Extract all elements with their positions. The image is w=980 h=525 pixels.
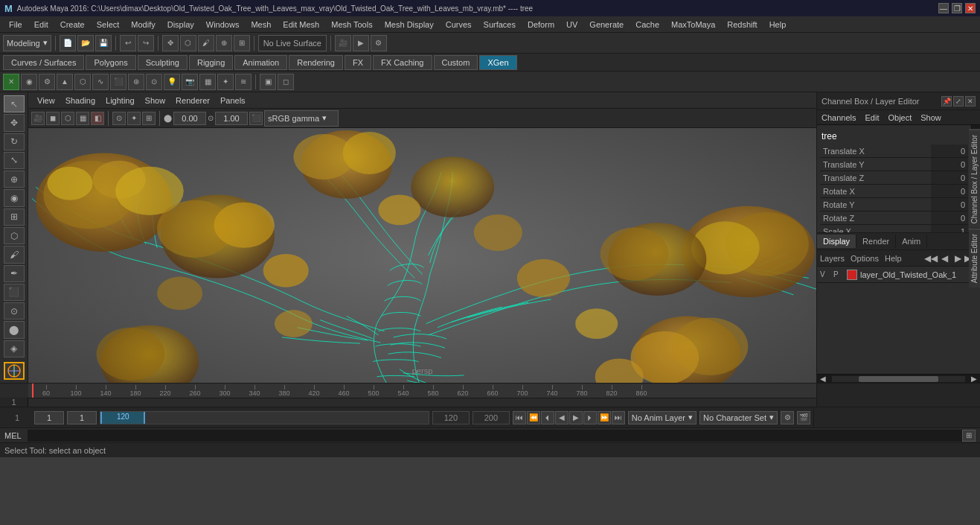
rotate-tool[interactable]: ↻ xyxy=(4,133,25,150)
ipr-button[interactable]: ⚙ xyxy=(371,35,387,51)
vp-display-btn[interactable]: ◼ xyxy=(46,112,60,125)
vp-menu-renderer[interactable]: Renderer xyxy=(171,95,214,106)
transport-skip-start[interactable]: ⏮ xyxy=(513,411,526,424)
mel-input[interactable] xyxy=(28,430,962,442)
transport-prev-frame[interactable]: ⏴ xyxy=(541,411,554,424)
light-btn[interactable]: 💡 xyxy=(164,74,180,90)
layer-right-btn[interactable]: ▶ xyxy=(952,252,964,264)
char-set-anim[interactable]: 🎬 xyxy=(797,411,810,424)
vp-xray-btn[interactable]: ✦ xyxy=(127,112,141,125)
paint-effects[interactable]: 🖌 xyxy=(4,246,25,263)
vp-menu-shading[interactable]: Shading xyxy=(61,95,100,106)
layer-scroll-left[interactable]: ◀ xyxy=(817,373,829,384)
layer-playback-toggle[interactable]: P xyxy=(833,270,844,279)
hide-btn[interactable]: ◻ xyxy=(278,74,294,90)
transport-skip-end[interactable]: ⏭ xyxy=(612,411,625,424)
tab-sculpting[interactable]: Sculpting xyxy=(138,55,188,70)
menu-generate[interactable]: Generate xyxy=(583,19,630,31)
playback-range-slider[interactable]: 120 xyxy=(100,411,429,424)
ch-menu-edit[interactable]: Edit xyxy=(860,112,883,123)
nurbs-button[interactable]: ⬡ xyxy=(74,74,91,90)
mel-run-button[interactable]: ⊞ xyxy=(962,430,976,442)
minimize-button[interactable]: — xyxy=(938,3,949,13)
layer-scroll-right[interactable]: ▶ xyxy=(968,373,980,384)
transport-play-back[interactable]: ◀ xyxy=(555,411,569,424)
range-start-handle[interactable] xyxy=(100,412,102,424)
tab-rigging[interactable]: Rigging xyxy=(189,55,233,70)
render-button[interactable]: ▶ xyxy=(353,35,369,51)
tab-curves-surfaces[interactable]: Curves / Surfaces xyxy=(3,55,84,70)
deform-btn[interactable]: ⬛ xyxy=(110,74,126,90)
menu-surfaces[interactable]: Surfaces xyxy=(478,19,522,31)
tab-custom[interactable]: Custom xyxy=(434,55,478,70)
timeline-playhead[interactable] xyxy=(32,384,33,398)
camera-button[interactable]: 🎥 xyxy=(335,35,351,51)
menu-redshift[interactable]: Redshift xyxy=(721,19,763,31)
menu-edit-mesh[interactable]: Edit Mesh xyxy=(277,19,325,31)
menu-mesh-display[interactable]: Mesh Display xyxy=(379,19,440,31)
tab-polygons[interactable]: Polygons xyxy=(86,55,135,70)
particles-btn[interactable]: ✦ xyxy=(217,74,234,90)
no-char-set-dropdown[interactable]: No Character Set ▾ xyxy=(699,411,778,424)
show-all-btn[interactable]: ▣ xyxy=(260,74,276,90)
no-anim-layer-dropdown[interactable]: No Anim Layer ▾ xyxy=(628,411,696,424)
transport-next-key[interactable]: ⏩ xyxy=(598,411,611,424)
cam-btn2[interactable]: 📷 xyxy=(182,74,198,90)
channel-box-expand[interactable]: ⤢ xyxy=(953,96,964,106)
translate-x-value[interactable]: 0 xyxy=(931,144,968,157)
menu-mesh[interactable]: Mesh xyxy=(245,19,277,31)
frame-start-input[interactable]: 1 xyxy=(34,411,64,424)
menu-uv[interactable]: UV xyxy=(560,19,583,31)
translate-y-value[interactable]: 0 xyxy=(931,158,968,171)
vp-grid-btn[interactable]: ⊞ xyxy=(142,112,156,125)
template-wire-button[interactable]: ◉ xyxy=(21,74,37,90)
menu-windows[interactable]: Windows xyxy=(200,19,246,31)
vp-menu-lighting[interactable]: Lighting xyxy=(101,95,139,106)
vp-shaded-btn[interactable]: ◧ xyxy=(91,112,104,125)
new-file-button[interactable]: 📄 xyxy=(60,35,76,51)
mode-dropdown[interactable]: Modeling ▾ xyxy=(3,35,51,51)
lasso-select-button[interactable]: ⬡ xyxy=(180,35,196,51)
lasso-tool2[interactable]: ⬡ xyxy=(4,227,25,244)
channel-box-close[interactable]: ✕ xyxy=(965,96,976,106)
grid-snap-button[interactable]: ⊞ xyxy=(234,35,250,51)
redo-button[interactable]: ↪ xyxy=(138,35,154,51)
menu-cache[interactable]: Cache xyxy=(630,19,665,31)
undo-button[interactable]: ↩ xyxy=(120,35,136,51)
select-tool[interactable]: ↖ xyxy=(4,95,25,112)
paint-select-button[interactable]: 🖌 xyxy=(198,35,214,51)
texture-btn[interactable]: ▦ xyxy=(199,74,216,90)
vp-menu-view[interactable]: View xyxy=(33,95,60,106)
ch-menu-object[interactable]: Object xyxy=(883,112,916,123)
tab-animation[interactable]: Animation xyxy=(234,55,287,70)
layer-prev-btn[interactable]: ◀◀ xyxy=(925,252,937,264)
layer-tab-display[interactable]: Display xyxy=(817,235,856,248)
snap-together[interactable]: ⊙ xyxy=(4,302,25,319)
constraint-btn[interactable]: ⊛ xyxy=(128,74,144,90)
menu-modify[interactable]: Modify xyxy=(125,19,161,31)
layers-menu[interactable]: Layers xyxy=(820,254,849,263)
scale-tool[interactable]: ⤡ xyxy=(4,152,25,169)
transport-prev-key[interactable]: ⏪ xyxy=(527,411,540,424)
layer-visibility-toggle[interactable]: V xyxy=(820,270,830,279)
fluid-btn[interactable]: ≋ xyxy=(235,74,252,90)
joint-btn[interactable]: ⊙ xyxy=(146,74,162,90)
snap-button[interactable]: ⊕ xyxy=(216,35,232,51)
select-tool-button[interactable]: ✥ xyxy=(162,35,179,51)
save-file-button[interactable]: 💾 xyxy=(95,35,112,51)
rotate-z-value[interactable]: 0 xyxy=(931,211,968,224)
menu-edit[interactable]: Edit xyxy=(28,19,54,31)
gamma-dropdown[interactable]: sRGB gamma ▾ xyxy=(264,110,339,127)
annotation-tool[interactable]: ◈ xyxy=(4,340,25,357)
vp-wireframe-btn[interactable]: ⬡ xyxy=(61,112,74,125)
menu-file[interactable]: File xyxy=(3,19,28,31)
artisan-tool[interactable]: ✒ xyxy=(4,265,25,282)
vp-value2[interactable]: 1.00 xyxy=(215,112,248,125)
menu-create[interactable]: Create xyxy=(54,19,91,31)
range-end-input[interactable]: 120 xyxy=(432,411,470,424)
restore-button[interactable]: ❐ xyxy=(952,3,962,13)
rotate-x-value[interactable]: 0 xyxy=(931,185,968,197)
scale-x-value[interactable]: 1 xyxy=(931,225,968,232)
tab-fx[interactable]: FX xyxy=(345,55,371,70)
transport-play-fwd[interactable]: ▶ xyxy=(569,411,583,424)
